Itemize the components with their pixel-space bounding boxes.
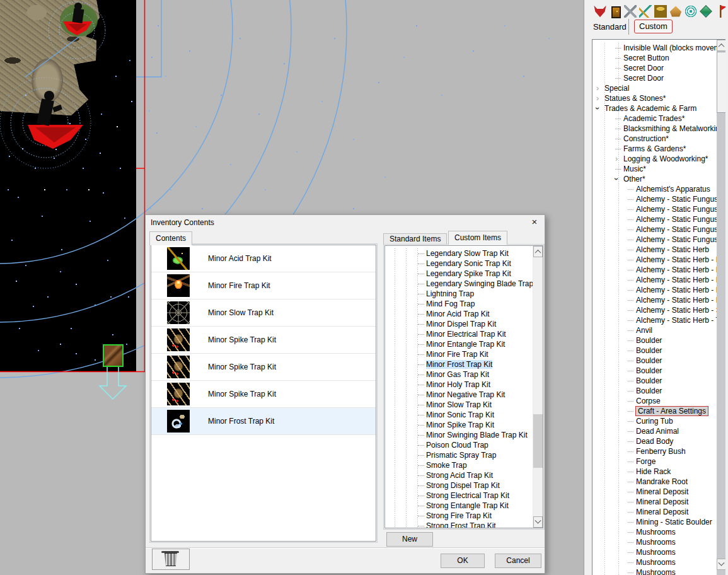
tab-custom[interactable]: Custom — [634, 20, 673, 33]
palette-icon[interactable] — [609, 5, 621, 18]
custom-item[interactable]: Minor Dispel Trap Kit — [385, 319, 543, 329]
palette-tree-item[interactable]: Mushrooms — [592, 537, 726, 547]
palette-tree-item[interactable]: Craft - Area Settings — [592, 406, 726, 416]
custom-item[interactable]: Minor Frost Trap Kit — [385, 359, 543, 369]
palette-tree-item[interactable]: Anvil — [592, 325, 726, 335]
palette-tree-item[interactable]: Alchemy - Static Herb — [592, 245, 726, 255]
custom-item[interactable]: Minor Spike Trap Kit — [385, 420, 543, 430]
custom-items-scrollbar[interactable] — [533, 246, 543, 528]
new-button[interactable]: New — [386, 532, 433, 547]
palette-tree-item[interactable]: Special — [592, 83, 726, 93]
palette-tree-item[interactable]: Alchemy - Static Herb - Tr — [592, 315, 726, 325]
palette-tree-item[interactable]: Boulder — [592, 386, 726, 396]
palette-icon[interactable] — [685, 5, 697, 18]
custom-item[interactable]: Minor Holy Trap Kit — [385, 380, 543, 390]
inventory-row[interactable]: Minor Frost Trap Kit — [151, 408, 376, 435]
palette-tree-item[interactable]: Mineral Deposit — [592, 487, 726, 497]
palette-tree-item[interactable]: Curing Tub — [592, 416, 726, 426]
palette-tree-item[interactable]: Secret Button — [592, 53, 726, 63]
expander-icon[interactable] — [596, 83, 604, 93]
palette-tree-item[interactable]: Boulder — [592, 335, 726, 346]
scroll-up-icon[interactable] — [717, 40, 726, 51]
palette-tree-item[interactable]: Blacksmithing & Metalworking — [592, 124, 726, 134]
palette-icon[interactable] — [594, 5, 606, 18]
custom-item[interactable]: Minor Slow Trap Kit — [385, 400, 543, 410]
palette-tree-item[interactable]: Mining - Static Boulder — [592, 517, 726, 527]
custom-item[interactable]: Mind Fog Trap — [385, 299, 543, 309]
inventory-row[interactable]: Minor Fire Trap Kit — [151, 272, 376, 299]
expander-icon[interactable] — [615, 174, 623, 184]
close-icon[interactable]: × — [529, 216, 540, 228]
palette-tree-item[interactable]: Secret Door — [592, 73, 726, 83]
palette-tree-item[interactable]: Alchemy - Static Herb - Fi — [592, 285, 726, 295]
palette-tree-item[interactable]: Mushrooms — [592, 547, 726, 557]
custom-item[interactable]: Legendary Spike Trap Kit — [385, 269, 543, 279]
map-viewport[interactable] — [0, 0, 136, 371]
palette-tree-item[interactable]: Music* — [592, 164, 726, 174]
palette-tree-item[interactable]: Boulder — [592, 366, 726, 376]
cancel-button[interactable]: Cancel — [495, 554, 541, 568]
palette-tree-item[interactable]: Academic Trades* — [592, 113, 726, 124]
custom-item[interactable]: Strong Entangle Trap Kit — [385, 501, 543, 511]
custom-item[interactable]: Minor Sonic Trap Kit — [385, 410, 543, 420]
custom-item[interactable]: Strong Acid Trap Kit — [385, 470, 543, 480]
palette-icon[interactable] — [654, 5, 667, 18]
palette-tree-item[interactable]: Alchemy - Static Fungus - — [592, 235, 726, 245]
palette-tree-item[interactable]: Fenberry Bush — [592, 446, 726, 456]
palette-tree-item[interactable]: Alchemy - Static Herb - D — [592, 255, 726, 265]
expander-icon[interactable] — [615, 154, 623, 164]
custom-item[interactable]: Minor Entangle Trap Kit — [385, 339, 543, 349]
palette-tree-item[interactable]: Mushrooms — [592, 567, 726, 575]
palette-scrollbar[interactable] — [717, 40, 726, 575]
palette-tree-item[interactable]: Boulder — [592, 376, 726, 386]
custom-items-tree[interactable]: Legendary Slow Trap Kit Legendary Sonic … — [384, 245, 543, 528]
tab-standard[interactable]: Standard — [593, 22, 627, 32]
palette-icon[interactable] — [669, 5, 682, 18]
tab-standard-items[interactable]: Standard Items — [383, 233, 447, 245]
custom-item[interactable]: Strong Electrical Trap Kit — [385, 491, 543, 501]
palette-icon[interactable] — [700, 5, 712, 18]
custom-item[interactable]: Strong Frost Trap Kit — [385, 521, 543, 528]
palette-tree-item[interactable]: Dead Body — [592, 436, 726, 446]
palette-tree-item[interactable]: Forge — [592, 456, 726, 467]
ok-button[interactable]: OK — [441, 554, 485, 568]
inventory-row[interactable]: Minor Slow Trap Kit — [151, 299, 376, 327]
delete-button[interactable] — [152, 549, 190, 570]
palette-tree-item[interactable]: Hide Rack — [592, 467, 726, 477]
palette-tree-item[interactable]: Alchemy - Static Herb - E — [592, 275, 726, 285]
custom-item[interactable]: Legendary Swinging Blade Trap Kit — [385, 279, 543, 289]
contents-list[interactable]: Minor Acid Trap Kit Minor Fire Trap Kit … — [151, 245, 376, 542]
custom-item[interactable]: Strong Dispel Trap Kit — [385, 480, 543, 491]
palette-tree-item[interactable]: Statues & Stones* — [592, 93, 726, 103]
palette-icon[interactable] — [639, 5, 652, 18]
custom-item[interactable]: Minor Fire Trap Kit — [385, 349, 543, 359]
palette-tree-item[interactable]: Mushrooms — [592, 557, 726, 567]
palette-tree-item[interactable]: Mineral Deposit — [592, 507, 726, 517]
palette-tree-item[interactable]: Farms & Gardens* — [592, 144, 726, 154]
palette-tree-item[interactable]: Alchemy - Static Fungus - — [592, 204, 726, 214]
scrollbar-thumb[interactable] — [717, 52, 726, 113]
inventory-row[interactable]: Minor Spike Trap Kit — [151, 327, 376, 354]
inventory-row[interactable]: Minor Spike Trap Kit — [151, 381, 376, 408]
palette-tree-item[interactable]: Boulder — [592, 356, 726, 366]
palette-tree-item[interactable]: Invisible Wall (blocks moveme — [592, 43, 726, 53]
scroll-down-icon[interactable] — [533, 516, 543, 528]
custom-item[interactable]: Minor Electrical Trap Kit — [385, 329, 543, 339]
palette-tree-item[interactable]: Mandrake Root — [592, 477, 726, 487]
custom-item[interactable]: Minor Swinging Blade Trap Kit — [385, 430, 543, 440]
palette-tree-item[interactable]: Alchemy - Static Fungus — [592, 194, 726, 204]
palette-tree-item[interactable]: Boulder — [592, 346, 726, 356]
palette-tree-item[interactable]: Mushrooms — [592, 527, 726, 537]
palette-tree-item[interactable]: Dead Animal — [592, 426, 726, 436]
inventory-row[interactable]: Minor Spike Trap Kit — [151, 354, 376, 381]
palette-tree-item[interactable]: Mineral Deposit — [592, 497, 726, 507]
palette-tree-item[interactable]: Construction* — [592, 134, 726, 144]
custom-item[interactable]: Minor Negative Trap Kit — [385, 390, 543, 400]
palette-tree-item[interactable]: Alchemy - Static Herb - S — [592, 305, 726, 315]
scrollbar-thumb[interactable] — [533, 414, 543, 468]
custom-item[interactable]: Minor Gas Trap Kit — [385, 369, 543, 380]
expander-icon[interactable] — [596, 93, 604, 103]
custom-item[interactable]: Poison Cloud Trap — [385, 440, 543, 450]
custom-item[interactable]: Prismatic Spray Trap — [385, 450, 543, 460]
palette-tree-item[interactable]: Trades & Academic & Farm — [592, 103, 726, 113]
